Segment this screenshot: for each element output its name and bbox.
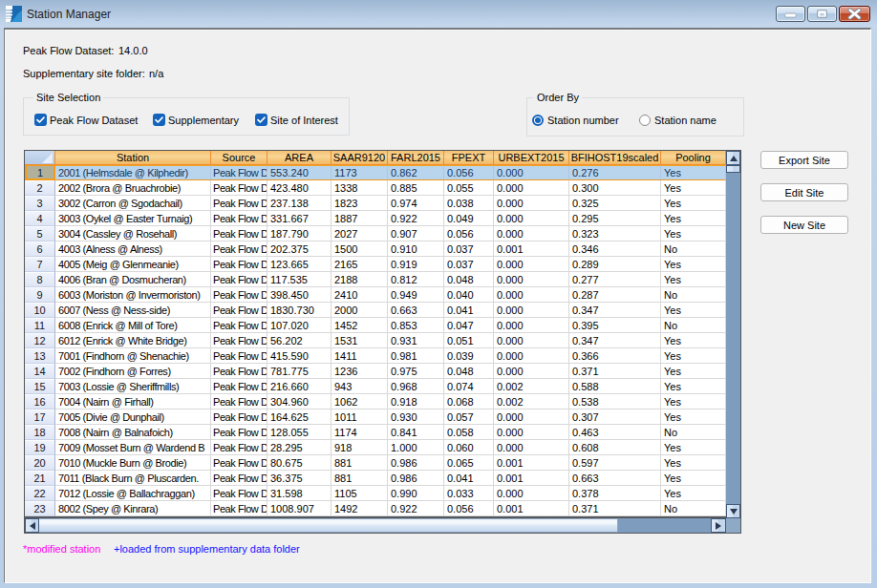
cell-area[interactable]: 187.790: [267, 226, 332, 242]
cell-source[interactable]: Peak Flow D: [211, 287, 267, 303]
cell-saar[interactable]: 2165: [332, 257, 388, 272]
cell-area[interactable]: 164.625: [267, 410, 332, 425]
cell-pooling[interactable]: Yes: [661, 440, 726, 455]
cell-fpext[interactable]: 0.033: [444, 486, 494, 501]
cell-saar[interactable]: 1411: [332, 348, 388, 364]
cell-farl[interactable]: 0.986: [388, 471, 444, 486]
cell-saar[interactable]: 2000: [332, 303, 388, 318]
cell-fpext[interactable]: 0.040: [444, 287, 494, 303]
cell-source[interactable]: Peak Flow D: [211, 211, 267, 226]
radio-station-number[interactable]: Station number: [532, 115, 619, 126]
cell-urbext[interactable]: 0.000: [494, 486, 569, 501]
cell-station[interactable]: 6008 (Enrick @ Mill of Tore): [55, 318, 211, 333]
checkbox-supplementary[interactable]: Supplementary: [153, 114, 239, 126]
vertical-scrollbar[interactable]: [726, 151, 740, 518]
cell-farl[interactable]: 0.968: [388, 379, 444, 394]
row-number-cell[interactable]: 20: [25, 455, 55, 471]
cell-station[interactable]: 7008 (Nairn @ Balnafoich): [55, 425, 211, 440]
cell-fpext[interactable]: 0.056: [444, 226, 494, 242]
cell-pooling[interactable]: Yes: [661, 257, 726, 272]
horizontal-scroll-thumb[interactable]: [39, 518, 618, 533]
cell-urbext[interactable]: 0.001: [494, 455, 569, 471]
cell-saar[interactable]: 1236: [332, 364, 388, 379]
cell-bfihost[interactable]: 0.347: [569, 303, 661, 318]
cell-station[interactable]: 7010 (Muckle Burn @ Brodie): [55, 455, 211, 471]
cell-farl[interactable]: 0.981: [388, 348, 444, 364]
table-row[interactable]: 157003 (Lossie @ Sheriffmills)Peak Flow …: [25, 379, 726, 394]
cell-saar[interactable]: 881: [332, 455, 388, 471]
row-number-cell[interactable]: 13: [25, 348, 55, 364]
cell-farl[interactable]: 0.922: [388, 501, 444, 516]
row-number-cell[interactable]: 3: [25, 196, 55, 211]
table-row[interactable]: 116008 (Enrick @ Mill of Tore)Peak Flow …: [25, 318, 726, 333]
horizontal-scrollbar[interactable]: [25, 518, 726, 533]
cell-station[interactable]: 6003 (Moriston @ Invermoriston): [55, 287, 211, 303]
cell-area[interactable]: 216.660: [267, 379, 332, 394]
cell-bfihost[interactable]: 0.597: [569, 455, 661, 471]
cell-urbext[interactable]: 0.000: [494, 348, 569, 364]
cell-pooling[interactable]: Yes: [661, 165, 726, 180]
cell-bfihost[interactable]: 0.371: [569, 364, 661, 379]
edit-site-button[interactable]: Edit Site: [760, 183, 848, 201]
cell-source[interactable]: Peak Flow D: [211, 410, 267, 425]
cell-station[interactable]: 7004 (Nairn @ Firhall): [55, 394, 211, 410]
table-row[interactable]: 147002 (Findhorn @ Forres)Peak Flow D781…: [25, 364, 726, 379]
cell-station[interactable]: 7012 (Lossie @ Ballachraggan): [55, 486, 211, 501]
cell-area[interactable]: 80.675: [267, 455, 332, 471]
cell-saar[interactable]: 1823: [332, 196, 388, 211]
cell-fpext[interactable]: 0.037: [444, 242, 494, 257]
cell-fpext[interactable]: 0.056: [444, 165, 494, 180]
cell-bfihost[interactable]: 0.346: [569, 242, 661, 257]
cell-saar[interactable]: 1173: [332, 165, 388, 180]
cell-saar[interactable]: 2410: [332, 287, 388, 303]
cell-source[interactable]: Peak Flow D: [211, 333, 267, 348]
close-button[interactable]: [839, 6, 870, 22]
table-row[interactable]: 74005 (Meig @ Glenmeanie)Peak Flow D123.…: [25, 257, 726, 272]
cell-bfihost[interactable]: 0.277: [569, 272, 661, 287]
column-header-urbext2015[interactable]: URBEXT2015: [494, 151, 569, 165]
cell-fpext[interactable]: 0.051: [444, 333, 494, 348]
radio-station-name[interactable]: Station name: [639, 115, 717, 126]
cell-pooling[interactable]: Yes: [661, 348, 726, 364]
cell-source[interactable]: Peak Flow D: [211, 501, 267, 516]
cell-bfihost[interactable]: 0.395: [569, 318, 661, 333]
cell-fpext[interactable]: 0.057: [444, 410, 494, 425]
cell-area[interactable]: 781.775: [267, 364, 332, 379]
cell-urbext[interactable]: 0.001: [494, 242, 569, 257]
cell-pooling[interactable]: Yes: [661, 226, 726, 242]
scroll-right-button[interactable]: [711, 518, 726, 533]
cell-pooling[interactable]: Yes: [661, 333, 726, 348]
cell-fpext[interactable]: 0.048: [444, 364, 494, 379]
cell-urbext[interactable]: 0.000: [494, 410, 569, 425]
row-number-cell[interactable]: 10: [25, 303, 55, 318]
cell-urbext[interactable]: 0.001: [494, 501, 569, 516]
cell-saar[interactable]: 1887: [332, 211, 388, 226]
cell-area[interactable]: 1830.730: [267, 303, 332, 318]
cell-area[interactable]: 202.375: [267, 242, 332, 257]
table-row[interactable]: 22002 (Brora @ Bruachrobie)Peak Flow D42…: [25, 180, 726, 196]
cell-fpext[interactable]: 0.039: [444, 348, 494, 364]
grid-corner-cell[interactable]: [25, 151, 55, 165]
cell-station[interactable]: 7009 (Mosset Burn @ Wardend B: [55, 440, 211, 455]
cell-urbext[interactable]: 0.000: [494, 226, 569, 242]
table-row[interactable]: 217011 (Black Burn @ Pluscarden.Peak Flo…: [25, 471, 726, 486]
cell-urbext[interactable]: 0.000: [494, 287, 569, 303]
cell-saar[interactable]: 1062: [332, 394, 388, 410]
cell-fpext[interactable]: 0.038: [444, 196, 494, 211]
cell-urbext[interactable]: 0.000: [494, 180, 569, 196]
cell-station[interactable]: 2002 (Brora @ Bruachrobie): [55, 180, 211, 196]
scroll-down-button[interactable]: [726, 504, 740, 518]
cell-farl[interactable]: 0.885: [388, 180, 444, 196]
cell-bfihost[interactable]: 0.588: [569, 379, 661, 394]
export-site-button[interactable]: Export Site: [760, 151, 848, 169]
table-row[interactable]: 167004 (Nairn @ Firhall)Peak Flow D304.9…: [25, 394, 726, 410]
cell-farl[interactable]: 0.853: [388, 318, 444, 333]
cell-pooling[interactable]: Yes: [661, 379, 726, 394]
cell-source[interactable]: Peak Flow D: [211, 348, 267, 364]
row-number-cell[interactable]: 1: [25, 165, 55, 180]
scroll-left-button[interactable]: [25, 518, 39, 533]
cell-source[interactable]: Peak Flow D: [211, 471, 267, 486]
row-number-cell[interactable]: 19: [25, 440, 55, 455]
cell-farl[interactable]: 0.949: [388, 287, 444, 303]
cell-farl[interactable]: 0.907: [388, 226, 444, 242]
